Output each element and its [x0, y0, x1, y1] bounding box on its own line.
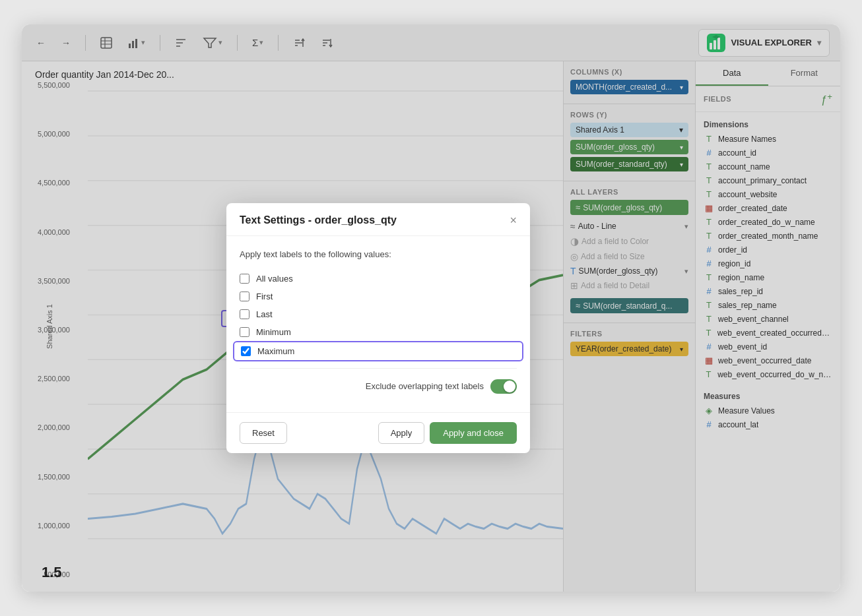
apply-button[interactable]: Apply — [378, 422, 425, 444]
checkbox-maximum-label: Maximum — [257, 346, 294, 356]
modal-header: Text Settings - order_gloss_qty × — [226, 203, 530, 236]
checkbox-minimum-input[interactable] — [240, 327, 249, 337]
toggle-knob — [504, 381, 515, 392]
checkbox-last-label: Last — [256, 309, 273, 319]
checkbox-first: First — [240, 288, 517, 305]
checkbox-first-input[interactable] — [240, 292, 249, 301]
checkbox-minimum: Minimum — [240, 323, 517, 341]
modal-close-button[interactable]: × — [510, 214, 517, 228]
checkbox-last-input[interactable] — [240, 309, 249, 319]
footer-right-buttons: Apply Apply and close — [378, 422, 517, 444]
checkbox-last: Last — [240, 305, 517, 323]
checkbox-all-values-input[interactable] — [240, 274, 249, 284]
modal-body: Apply text labels to the following value… — [226, 236, 530, 412]
checkbox-first-label: First — [256, 292, 273, 301]
checkbox-minimum-label: Minimum — [256, 327, 291, 337]
toggle-switch[interactable] — [490, 379, 517, 394]
checkbox-maximum-highlighted: Maximum — [233, 341, 523, 361]
modal-overlay: Text Settings - order_gloss_qty × Apply … — [22, 24, 840, 592]
checkbox-all-values: All values — [240, 270, 517, 288]
toggle-row: Exclude overlapping text labels — [240, 368, 517, 399]
checkbox-all-values-label: All values — [256, 274, 293, 284]
text-settings-modal: Text Settings - order_gloss_qty × Apply … — [226, 203, 530, 453]
apply-and-close-button[interactable]: Apply and close — [430, 422, 517, 444]
reset-button[interactable]: Reset — [240, 422, 287, 444]
modal-title: Text Settings - order_gloss_qty — [240, 214, 397, 226]
modal-footer: Reset Apply Apply and close — [226, 412, 530, 453]
main-frame: ← → ▾ — [22, 24, 840, 592]
checkbox-maximum-input[interactable] — [241, 346, 251, 356]
toggle-label: Exclude overlapping text labels — [366, 381, 484, 391]
modal-subtitle: Apply text labels to the following value… — [240, 249, 517, 259]
